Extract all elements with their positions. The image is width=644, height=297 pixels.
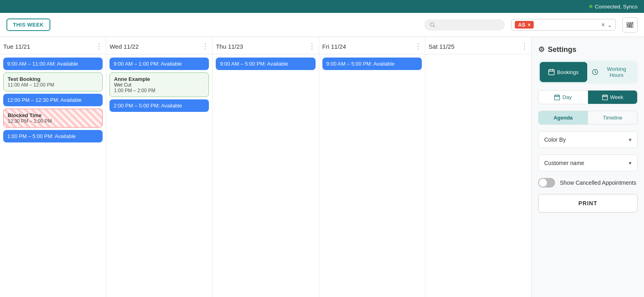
working-hours-button[interactable]: Working Hours	[589, 62, 636, 82]
svg-line-1	[433, 26, 435, 27]
day-menu-button[interactable]: ⋮	[521, 42, 528, 51]
day-header-0: Tue 11/21⋮	[0, 37, 106, 54]
sliders-icon	[626, 22, 634, 28]
connected-badge: Connected, Synco	[589, 4, 638, 10]
search-box	[424, 19, 505, 31]
svg-line-14	[595, 72, 596, 72]
settings-panel: ⚙ Settings Bookings Working	[531, 37, 644, 297]
day-label: Wed 11/22	[109, 43, 138, 50]
filter-clear-button[interactable]: ×	[601, 21, 605, 29]
filter-settings-button[interactable]	[622, 17, 638, 33]
event-block[interactable]: 9:00 AM – 5:00 PM: Available	[322, 58, 422, 70]
event-block[interactable]: 9:00 AM – 11:00 AM: Available	[3, 58, 103, 70]
top-bar: Connected, Synco	[0, 0, 644, 13]
filter-chip: AS × × ⌄	[511, 19, 616, 31]
day-events-1: 9:00 AM – 1:00 PM: AvailableAnne Example…	[106, 54, 212, 297]
connected-label: Connected, Synco	[595, 4, 638, 10]
event-block[interactable]: 9:00 AM – 5:00 PM: Available	[216, 58, 315, 70]
day-events-4	[425, 54, 531, 297]
day-label: Sat 11/25	[429, 43, 454, 50]
agenda-button[interactable]: Agenda	[539, 111, 588, 124]
event-block[interactable]: 2:00 PM – 5:00 PM: Available	[109, 99, 209, 112]
day-menu-button[interactable]: ⋮	[415, 42, 422, 51]
day-menu-button[interactable]: ⋮	[95, 42, 103, 51]
day-week-toggle: Day Week	[538, 90, 638, 104]
svg-point-7	[630, 26, 632, 28]
show-cancelled-row: Show Cancelled Appointments	[538, 178, 638, 188]
day-col-4: Sat 11/25⋮	[425, 37, 531, 297]
day-col-2: Thu 11/23⋮9:00 AM – 5:00 PM: Available	[213, 37, 319, 297]
bookings-workinghours-toggle: Bookings Working Hours	[538, 60, 638, 84]
svg-rect-8	[549, 70, 554, 75]
color-by-dropdown[interactable]: Color By ▾	[538, 131, 638, 148]
event-block[interactable]: 9:00 AM – 1:00 PM: Available	[109, 58, 209, 70]
svg-rect-19	[602, 95, 607, 100]
day-label: Thu 11/23	[216, 43, 243, 50]
settings-title: ⚙ Settings	[538, 45, 638, 54]
main-layout: Tue 11/21⋮9:00 AM – 11:00 AM: AvailableT…	[0, 37, 644, 297]
calendar-week-icon	[602, 95, 608, 100]
search-icon	[430, 22, 436, 28]
day-header-1: Wed 11/22⋮	[106, 37, 212, 54]
connected-dot-icon	[589, 5, 592, 8]
show-cancelled-toggle[interactable]	[538, 178, 555, 188]
day-header-4: Sat 11/25⋮	[425, 37, 531, 54]
day-header-2: Thu 11/23⋮	[213, 37, 318, 54]
day-label: Tue 11/21	[3, 43, 30, 50]
gear-icon: ⚙	[538, 45, 545, 54]
day-menu-button[interactable]: ⋮	[202, 42, 209, 51]
timeline-button[interactable]: Timeline	[588, 111, 637, 124]
day-label: Fri 11/24	[322, 43, 346, 50]
calendar-day-icon	[554, 95, 560, 100]
day-columns: Tue 11/21⋮9:00 AM – 11:00 AM: AvailableT…	[0, 37, 531, 297]
svg-point-5	[631, 22, 633, 24]
header-bar: THIS WEEK AS × × ⌄	[0, 13, 644, 37]
day-button[interactable]: Day	[539, 91, 588, 104]
day-header-3: Fri 11/24⋮	[319, 37, 425, 54]
customer-name-dropdown[interactable]: Customer name ▾	[538, 155, 638, 171]
day-events-0: 9:00 AM – 11:00 AM: AvailableTest Bookin…	[0, 54, 106, 297]
bookings-button[interactable]: Bookings	[540, 62, 587, 82]
clock-icon	[592, 69, 598, 75]
event-block[interactable]: Anne ExampleWet Cut1:00 PM – 2:00 PM	[109, 72, 209, 97]
week-button[interactable]: Week	[588, 91, 637, 104]
calendar-area: Tue 11/21⋮9:00 AM – 11:00 AM: AvailableT…	[0, 37, 531, 297]
this-week-button[interactable]: THIS WEEK	[6, 19, 50, 31]
search-input[interactable]	[439, 22, 499, 28]
day-col-0: Tue 11/21⋮9:00 AM – 11:00 AM: AvailableT…	[0, 37, 106, 297]
day-col-1: Wed 11/22⋮9:00 AM – 1:00 PM: AvailableAn…	[106, 37, 213, 297]
filter-chevron-icon[interactable]: ⌄	[607, 22, 612, 28]
filter-tag-remove[interactable]: ×	[528, 22, 530, 28]
day-col-3: Fri 11/24⋮9:00 AM – 5:00 PM: Available	[319, 37, 425, 297]
event-block[interactable]: 1:00 PM – 5:00 PM: Available	[3, 130, 103, 142]
customer-name-chevron-icon: ▾	[629, 160, 632, 166]
event-block[interactable]: Blocked Time12:30 PM – 1:00 PM	[3, 109, 103, 128]
event-block[interactable]: 12:00 PM – 12:30 PM: Available	[3, 94, 103, 106]
day-events-3: 9:00 AM – 5:00 PM: Available	[319, 54, 425, 297]
day-events-2: 9:00 AM – 5:00 PM: Available	[213, 54, 318, 297]
calendar-icon	[548, 69, 555, 75]
color-by-chevron-icon: ▾	[629, 136, 632, 143]
day-menu-button[interactable]: ⋮	[308, 42, 316, 51]
svg-point-6	[628, 24, 630, 26]
event-block[interactable]: Test Booking11:00 AM – 12:00 PM	[3, 72, 103, 91]
filter-tag[interactable]: AS ×	[515, 21, 534, 29]
agenda-timeline-toggle: Agenda Timeline	[538, 111, 638, 125]
svg-rect-15	[555, 95, 560, 100]
print-button[interactable]: PRINT	[538, 194, 638, 212]
